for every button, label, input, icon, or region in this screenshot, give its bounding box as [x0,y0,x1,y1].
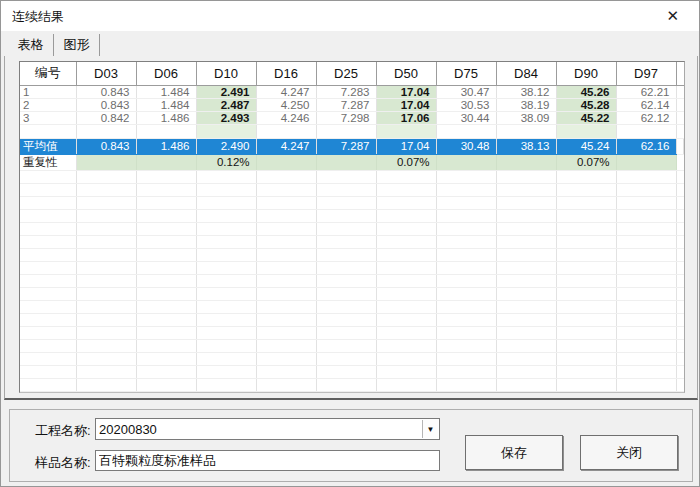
empty-row[interactable] [20,326,684,339]
empty-row[interactable] [20,248,684,261]
empty-row[interactable] [20,352,684,365]
cell [556,196,616,209]
cell: 45.22 [556,111,616,124]
cell: 0.12% [196,154,256,170]
results-grid[interactable]: 编号D03D06D10D16D25D50D75D84D90D97 10.8431… [19,61,685,393]
cell [616,124,676,138]
project-name-input[interactable] [96,419,421,439]
cell [196,274,256,287]
cell [376,248,436,261]
empty-row[interactable] [20,287,684,300]
empty-row[interactable] [20,183,684,196]
cell: 重复性 [20,154,76,170]
cell [136,261,196,274]
title-bar: 连续结果 ✕ [1,1,699,31]
cell: 30.53 [436,98,496,111]
cell [556,235,616,248]
cell [196,352,256,365]
cell [616,365,676,378]
repeatability-row[interactable]: 重复性 0.12% 0.07% 0.07% [20,154,684,170]
cell [556,391,616,393]
dialog-window: 连续结果 ✕ 表格 图形 编号D03D06D10D16D25D50D75D84D… [0,0,700,487]
cell [136,352,196,365]
empty-row[interactable] [20,235,684,248]
save-button[interactable]: 保存 [465,435,563,470]
empty-row[interactable] [20,391,684,393]
cell [76,209,136,222]
cell: 38.13 [496,138,556,154]
cell [436,274,496,287]
cell [76,313,136,326]
cell [676,235,684,248]
empty-row[interactable] [20,339,684,352]
cell [676,170,684,183]
cell: 62.21 [616,85,676,98]
cell [20,248,76,261]
average-row[interactable]: 平均值0.8431.4862.4904.2477.28717.0430.4838… [20,138,684,154]
cell: 0.843 [76,98,136,111]
cell [76,326,136,339]
tab-graph[interactable]: 图形 [54,34,100,56]
cell [436,183,496,196]
empty-row[interactable] [20,222,684,235]
table-row[interactable]: 30.8421.4862.4934.2467.29817.0630.4438.0… [20,111,684,124]
empty-row[interactable] [20,300,684,313]
tab-strip: 表格 图形 [8,34,100,56]
cell [76,261,136,274]
sample-name-field[interactable] [95,450,440,471]
cell [316,124,376,138]
cell [196,235,256,248]
cell [316,391,376,393]
cell [196,222,256,235]
cell: 7.283 [316,85,376,98]
cell [316,209,376,222]
table-row[interactable]: 20.8431.4842.4874.2507.28717.0430.5338.1… [20,98,684,111]
cell [20,326,76,339]
empty-row[interactable] [20,378,684,391]
column-header: D25 [316,62,376,85]
cell: 2 [20,98,76,111]
close-button[interactable]: 关闭 [580,435,678,470]
close-icon[interactable]: ✕ [666,7,679,25]
empty-row[interactable] [20,313,684,326]
cell [676,391,684,393]
empty-row[interactable] [20,365,684,378]
cell [496,196,556,209]
cell [676,98,684,111]
cell [556,326,616,339]
column-header: D97 [616,62,676,85]
cell [136,222,196,235]
cell [316,235,376,248]
cell [76,183,136,196]
chevron-down-icon[interactable]: ▼ [422,420,438,438]
tab-table[interactable]: 表格 [8,34,54,56]
empty-row[interactable] [20,196,684,209]
cell [256,170,316,183]
cell [616,209,676,222]
cell [376,274,436,287]
table-row[interactable]: 10.8431.4842.4914.2477.28317.0430.4738.1… [20,85,684,98]
cell [676,261,684,274]
cell [136,209,196,222]
cell [76,365,136,378]
cell [436,313,496,326]
cell: 2.493 [196,111,256,124]
empty-row[interactable] [20,209,684,222]
cell [676,183,684,196]
cell [76,235,136,248]
spacer-row[interactable] [20,124,684,138]
sample-name-input[interactable] [96,452,439,471]
empty-row[interactable] [20,261,684,274]
cell [676,365,684,378]
cell [556,124,616,138]
cell [76,378,136,391]
project-name-combobox[interactable]: ▼ [95,418,440,440]
cell [256,183,316,196]
cell [256,248,316,261]
cell [196,391,256,393]
header-row: 编号D03D06D10D16D25D50D75D84D90D97 [20,62,684,85]
empty-row[interactable] [20,274,684,287]
cell [316,154,376,170]
cell [496,378,556,391]
empty-row[interactable] [20,170,684,183]
